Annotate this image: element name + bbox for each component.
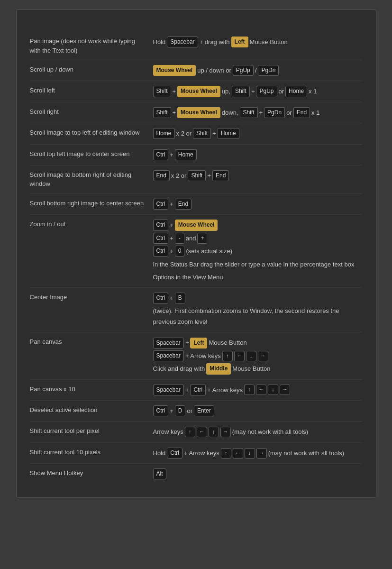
text-scroll-left-0-3: up, <box>222 86 230 97</box>
text-pan-image-0-4: Mouse Button <box>250 37 288 47</box>
arrow-key-pan-canvas-1-4: ↓ <box>246 351 256 361</box>
label-zoom: Zoom in / out <box>30 220 153 229</box>
text-scroll-top-left-center-0-1: + <box>170 149 173 160</box>
text-pan-canvas-2-0: Click and drag with <box>153 363 205 374</box>
rows-container: Pan image (does not work while typing wi… <box>30 32 363 484</box>
kbd-show-menu-hotkey-0-0: Alt <box>153 468 166 479</box>
key-line-scroll-left-0: Shift + Mouse Wheel up, Shift + PgUp or … <box>153 86 363 97</box>
row-scroll-top-left-center: Scroll top left image to center screenCt… <box>30 144 363 165</box>
kbd-pan-canvas-x10-0-2: Ctrl <box>190 385 206 395</box>
key-line-pan-canvas-2: Click and drag with Middle Mouse Button <box>153 363 363 374</box>
kbd-shift-10-pixels-0-1: Ctrl <box>167 448 182 459</box>
key-line-pan-canvas-1: Spacebar + Arrow keys ↑←↓→ <box>153 350 363 361</box>
kbd-deselect-0-4: Enter <box>194 405 214 416</box>
arrow-key-pan-canvas-1-5: → <box>258 351 268 361</box>
key-line-zoom-3: In the Status Bar drag the slider or typ… <box>153 259 363 270</box>
text-shift-10-pixels-0-0: Hold <box>153 448 166 459</box>
row-scroll-bottom-right-center: Scroll bottom right image to center scre… <box>30 193 363 214</box>
keys-pan-image: Hold Spacebar + drag with Left Mouse But… <box>153 37 363 47</box>
text-zoom-4-0: Options in the View Menu <box>153 272 223 283</box>
arrow-key-pan-canvas-1-2: ↑ <box>222 351 233 361</box>
text-scroll-left-0-1: + <box>173 86 176 97</box>
text-shift-10-pixels-0-2: + Arrow keys <box>184 448 219 459</box>
kbd-deselect-0-2: D <box>175 405 186 416</box>
text-pan-canvas-0-1: + <box>185 337 189 348</box>
kbd-zoom-1-2: - <box>175 233 184 244</box>
arrow-key-shift-10-pixels-0-6: → <box>256 448 267 459</box>
text-deselect-0-3: or <box>187 405 192 416</box>
row-zoom: Zoom in / outCtrl + Mouse WheelCtrl + - … <box>30 214 363 287</box>
row-center-image: Center ImageCtrl + B (twice). First comb… <box>30 287 363 332</box>
kbd-pan-canvas-x10-0-0: Spacebar <box>153 385 184 395</box>
row-scroll-top-left: Scroll image to top left of editing wind… <box>30 123 363 144</box>
key-line-pan-canvas-x10-0: Spacebar + Ctrl + Arrow keys ↑←↓→ <box>153 385 363 395</box>
arrow-key-shift-per-pixel-0-2: ← <box>197 427 207 437</box>
key-line-zoom-0: Ctrl + Mouse Wheel <box>153 220 363 230</box>
key-line-zoom-1: Ctrl + - and + <box>153 233 363 244</box>
kbd-scroll-bottom-right-0-4: End <box>212 170 229 181</box>
keys-scroll-top-left: Home x 2 or Shift + Home <box>153 128 363 139</box>
text-shift-per-pixel-0-5: (may not work with all tools) <box>232 426 308 437</box>
kbd-scroll-left-0-6: PgUp <box>256 86 277 97</box>
label-scroll-top-left: Scroll image to top left of editing wind… <box>30 128 153 138</box>
keys-deselect: Ctrl + D or Enter <box>153 405 363 416</box>
key-line-pan-image-0: Hold Spacebar + drag with Left Mouse But… <box>153 37 363 47</box>
text-zoom-0-1: + <box>170 220 173 230</box>
label-pan-canvas-x10: Pan canvas x 10 <box>30 385 153 394</box>
text-zoom-1-1: + <box>170 233 173 244</box>
label-scroll-bottom-right: Scroll image to bottom right of editing … <box>30 170 153 189</box>
kbd-scroll-top-left-0-0: Home <box>153 128 175 139</box>
text-zoom-3-0: In the Status Bar drag the slider or typ… <box>153 259 355 270</box>
kbd-scroll-right-0-8: End <box>293 107 310 118</box>
row-pan-canvas: Pan canvasSpacebar + Left Mouse ButtonSp… <box>30 332 363 379</box>
arrow-key-shift-10-pixels-0-5: ↓ <box>245 448 255 459</box>
kbd-zoom-1-4: + <box>197 233 207 244</box>
text-scroll-right-0-5: + <box>259 107 263 118</box>
kbd-pan-canvas-0-2: Left <box>190 338 207 349</box>
text-zoom-2-3: (sets actual size) <box>186 246 232 257</box>
key-line-center-image-0: Ctrl + B (twice). First combination zoom… <box>153 293 363 327</box>
text-scroll-bottom-right-0-3: + <box>207 170 211 181</box>
kbd-center-image-0-2: B <box>175 293 185 303</box>
kbd-scroll-bottom-right-0-0: End <box>153 170 170 181</box>
text-scroll-bottom-right-center-0-1: + <box>170 199 173 210</box>
arrow-key-pan-canvas-x10-0-5: ← <box>256 385 266 395</box>
row-shift-10-pixels: Shift current tool 10 pixelsHold Ctrl + … <box>30 442 363 463</box>
text-scroll-left-0-7: or <box>279 86 284 97</box>
text-shift-10-pixels-0-7: (may not work with all tools) <box>268 448 344 459</box>
key-line-scroll-top-left-center-0: Ctrl + Home <box>153 149 363 160</box>
row-scroll-right: Scroll rightShift + Mouse Wheel down, Sh… <box>30 102 363 123</box>
kbd-pan-canvas-0-0: Spacebar <box>153 338 184 349</box>
arrow-key-shift-10-pixels-0-4: ← <box>233 448 243 459</box>
text-zoom-1-3: and <box>186 233 196 244</box>
text-deselect-0-1: + <box>170 405 173 416</box>
row-deselect: Deselect active selectionCtrl + D or Ent… <box>30 400 363 421</box>
arrow-key-shift-per-pixel-0-4: → <box>220 427 231 437</box>
key-line-scroll-right-0: Shift + Mouse Wheel down, Shift + PgDn o… <box>153 107 363 118</box>
kbd-scroll-right-0-2: Mouse Wheel <box>177 107 220 118</box>
kbd-scroll-left-0-4: Shift <box>232 86 250 97</box>
text-scroll-right-0-9: x 1 <box>311 107 319 118</box>
keys-shift-per-pixel: Arrow keys ↑←↓→ (may not work with all t… <box>153 426 363 437</box>
text-pan-canvas-1-1: + Arrow keys <box>185 350 221 361</box>
label-shift-10-pixels: Shift current tool 10 pixels <box>30 448 153 457</box>
label-center-image: Center Image <box>30 293 153 302</box>
label-pan-image: Pan image (does not work while typing wi… <box>30 37 153 55</box>
main-panel: Pan image (does not work while typing wi… <box>16 9 376 498</box>
text-scroll-up-down-0-3: / <box>255 65 257 76</box>
text-scroll-top-left-0-3: + <box>212 128 216 139</box>
keys-scroll-left: Shift + Mouse Wheel up, Shift + PgUp or … <box>153 86 363 97</box>
row-pan-image: Pan image (does not work while typing wi… <box>30 32 363 60</box>
keys-pan-canvas-x10: Spacebar + Ctrl + Arrow keys ↑←↓→ <box>153 385 363 395</box>
arrow-key-pan-canvas-1-3: ← <box>234 351 245 361</box>
keys-pan-canvas: Spacebar + Left Mouse ButtonSpacebar + A… <box>153 337 363 374</box>
kbd-scroll-top-left-0-4: Home <box>218 128 239 139</box>
label-deselect: Deselect active selection <box>30 405 153 415</box>
kbd-scroll-left-0-8: Home <box>285 86 307 97</box>
kbd-scroll-bottom-right-0-2: Shift <box>188 170 206 181</box>
text-pan-canvas-x10-0-1: + <box>185 385 189 395</box>
arrow-key-pan-canvas-x10-0-6: ↓ <box>268 385 278 395</box>
key-line-zoom-2: Ctrl + 0 (sets actual size) <box>153 246 363 257</box>
kbd-scroll-left-0-0: Shift <box>153 86 171 97</box>
kbd-scroll-right-0-6: PgDn <box>264 107 285 118</box>
